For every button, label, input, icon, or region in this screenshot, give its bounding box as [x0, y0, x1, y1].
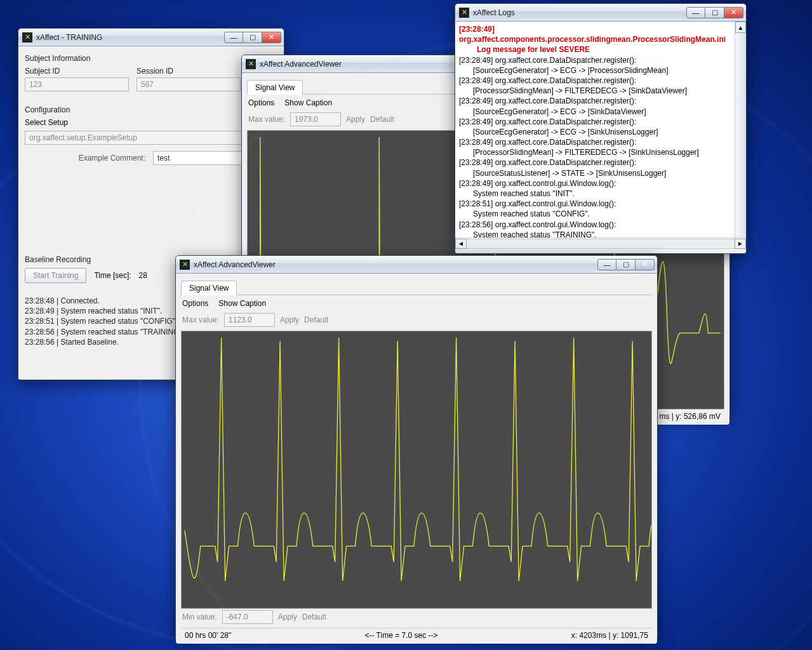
log-line: [SourceStatusListener] -> STATE -> [Sink…: [459, 168, 733, 178]
default-link[interactable]: Default: [304, 315, 328, 324]
log-line: [23:28:49] org.xaffect.core.DataDispatch…: [459, 117, 636, 126]
session-id-input: [136, 77, 241, 91]
log-line: 23:28:56 | System reached status "TRAINI…: [25, 327, 277, 337]
session-id-label: Session ID: [136, 67, 241, 76]
logs-window: xAffect Logs — ▢ ✕ [23:28:49] org.xaffec…: [455, 3, 747, 254]
maximize-button[interactable]: ▢: [243, 32, 262, 43]
viewer2-title: xAffect AdvancedViewer: [194, 260, 276, 269]
maximize-button[interactable]: ▢: [705, 7, 724, 18]
log-line: [ProcessorSlidingMean] -> FILTEREDECG ->…: [459, 147, 733, 157]
signal-canvas[interactable]: [181, 331, 652, 609]
logs-vscrollbar[interactable]: ▲: [735, 22, 746, 237]
log-line: [SourceEcgGenerator] -> ECG -> [SinkData…: [459, 107, 733, 117]
max-value-label: Max value:: [182, 315, 219, 324]
app-icon: [459, 8, 469, 18]
example-comment-input[interactable]: [153, 151, 277, 165]
tab-signal-view[interactable]: Signal View: [181, 281, 237, 295]
subject-id-input: [25, 77, 129, 91]
default-link[interactable]: Default: [302, 613, 326, 621]
apply-link[interactable]: Apply: [278, 613, 297, 621]
app-icon: [246, 59, 256, 69]
menu-show-caption[interactable]: Show Caption: [284, 98, 332, 107]
training-titlebar[interactable]: xAffect - TRAINING — ▢ ✕: [18, 29, 284, 46]
log-line: 23:28:49 | System reached status "INIT".: [25, 306, 277, 316]
log-line: [23:28:49] org.xaffect.core.DataDispatch…: [459, 56, 636, 65]
viewer1-title: xAffect AdvancedViewer: [260, 60, 342, 69]
close-button[interactable]: ✕: [724, 7, 743, 18]
subject-id-label: Subject ID: [25, 67, 129, 76]
log-line: [ProcessorSlidingMean] -> FILTEREDECG ->…: [459, 86, 733, 96]
max-value-input: [224, 313, 275, 327]
logs-text[interactable]: [23:28:49] org.xaffect.components.proces…: [455, 22, 746, 237]
min-value-label: Min value:: [182, 613, 217, 621]
log-line: [23:28:56] org.xaffect.control.gui.Windo…: [459, 220, 616, 229]
log-severe-line: Log message for level SEVERE: [459, 44, 733, 55]
minimize-button[interactable]: —: [597, 259, 616, 270]
viewer1-window: xAffect AdvancedViewer Signal View Optio…: [241, 55, 730, 416]
log-line: 23:28:51 | System reached status "CONFIG…: [25, 316, 277, 326]
time-sec-label: Time [sec]:: [94, 271, 131, 280]
logs-title: xAffect Logs: [473, 8, 515, 17]
scroll-up-icon[interactable]: ▲: [735, 22, 746, 33]
menu-show-caption[interactable]: Show Caption: [218, 299, 266, 308]
example-comment-label: Example Comment:: [25, 154, 145, 162]
log-line: [23:28:51] org.xaffect.control.gui.Windo…: [459, 199, 616, 208]
subject-info-heading: Subject Information: [25, 54, 277, 63]
min-value-input: [222, 610, 273, 624]
menu-options[interactable]: Options: [248, 98, 274, 107]
log-line: [23:28:49] org.xaffect.core.DataDispatch…: [459, 76, 636, 85]
start-training-button: Start Training: [25, 268, 86, 283]
viewer2-titlebar[interactable]: xAffect AdvancedViewer — ▢ ✕: [176, 256, 657, 274]
logs-hscrollbar[interactable]: ◄ ►: [455, 237, 746, 249]
log-line: [SourceEcgGenerator] -> ECG -> [Processo…: [459, 65, 733, 76]
app-icon: [22, 32, 32, 43]
close-button[interactable]: ✕: [636, 259, 655, 270]
menu-options[interactable]: Options: [182, 299, 208, 308]
training-log: 23:28:48 | Connected. 23:28:49 | System …: [25, 296, 277, 347]
viewer2-status-right: x: 4203ms | y: 1091,75: [571, 631, 648, 640]
app-icon: [180, 260, 190, 270]
select-setup-label: Select Setup: [25, 118, 277, 127]
log-line: [23:28:49] org.xaffect.core.DataDispatch…: [459, 96, 636, 105]
time-sec-value: 28: [139, 271, 147, 280]
log-severe-line: [23:28:49] org.xaffect.components.proces…: [459, 25, 726, 44]
default-link[interactable]: Default: [370, 115, 394, 124]
training-title: xAffect - TRAINING: [36, 33, 102, 42]
log-line: [23:28:49] org.xaffect.core.DataDispatch…: [459, 158, 636, 167]
select-setup-input: [25, 131, 277, 145]
viewer2-status-left: 00 hrs 00' 28": [185, 631, 231, 640]
scroll-left-icon[interactable]: ◄: [455, 239, 467, 249]
baseline-heading: Baseline Recording: [25, 255, 277, 264]
logs-titlebar[interactable]: xAffect Logs — ▢ ✕: [455, 4, 746, 22]
log-line: System reached status "TRAINING".: [459, 230, 733, 237]
apply-link[interactable]: Apply: [346, 115, 365, 124]
minimize-button[interactable]: —: [686, 7, 705, 18]
log-line: System reached status "INIT".: [459, 189, 733, 199]
log-line: [23:28:49] org.xaffect.control.gui.Windo…: [459, 179, 616, 188]
log-line: [SourceEcgGenerator] -> ECG -> [SinkUnis…: [459, 127, 733, 137]
minimize-button[interactable]: —: [224, 32, 243, 43]
apply-link[interactable]: Apply: [280, 315, 299, 324]
maximize-button[interactable]: ▢: [616, 259, 636, 270]
viewer2-window: xAffect AdvancedViewer — ▢ ✕ Signal View…: [175, 255, 658, 639]
close-button[interactable]: ✕: [262, 32, 281, 43]
baseline-extra-button[interactable]: S: [261, 268, 277, 283]
tab-signal-view[interactable]: Signal View: [247, 80, 303, 95]
configuration-heading: Configuration: [25, 105, 277, 114]
log-line: 23:28:56 | Started Baseline.: [25, 337, 277, 347]
scroll-right-icon[interactable]: ►: [735, 239, 746, 249]
max-value-input: [290, 112, 341, 126]
max-value-label: Max value:: [248, 115, 285, 124]
viewer1-status-right: ms | y: 526,86 mV: [660, 412, 721, 421]
log-line: System reached status "CONFIG".: [459, 209, 733, 219]
log-line: 23:28:48 | Connected.: [25, 296, 277, 306]
log-line: [23:28:49] org.xaffect.core.DataDispatch…: [459, 138, 636, 147]
viewer2-status-center: <-- Time = 7.0 sec -->: [365, 631, 438, 640]
signal-canvas[interactable]: [247, 130, 724, 409]
